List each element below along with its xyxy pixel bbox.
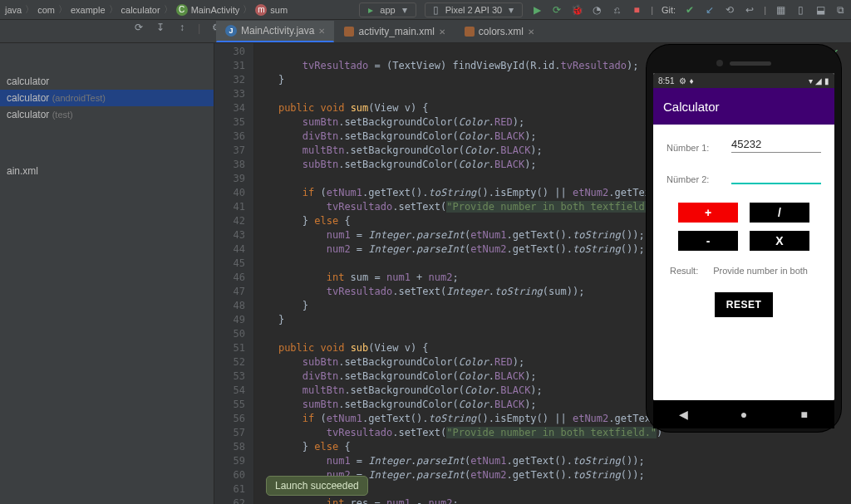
emulator-screen[interactable]: 8:51 ⚙ ♦ ▾ ◢ ▮ Calculator Nümber 1: 4523…: [653, 73, 834, 400]
status-bar: 8:51 ⚙ ♦ ▾ ◢ ▮: [653, 73, 834, 88]
tree-item: calculator (androidTest): [0, 90, 214, 106]
close-icon[interactable]: ✕: [528, 27, 534, 37]
signal-icon: ◢: [815, 76, 822, 86]
gutter: 3031323334353637383940414243444546474849…: [214, 43, 254, 504]
expand-icon[interactable]: ↧: [155, 22, 166, 33]
home-button[interactable]: ●: [738, 409, 750, 420]
speaker-slot: [730, 61, 771, 66]
android-nav-bar: ◀ ● ■: [653, 400, 834, 428]
tree-item: ain.xml: [0, 163, 214, 179]
stop-button[interactable]: ■: [631, 4, 642, 16]
chevron-down-icon: ▾: [505, 4, 517, 16]
git-revert-icon[interactable]: ↩: [744, 4, 755, 16]
attach-debugger-button[interactable]: ⎌: [611, 4, 622, 16]
camera-dot: [716, 60, 723, 66]
java-file-icon: J: [225, 25, 237, 37]
launch-succeeded-balloon: Launch succeeded: [266, 476, 368, 496]
phone-icon: ▯: [430, 4, 442, 16]
chevron-down-icon: ▾: [399, 4, 411, 16]
breadcrumb[interactable]: java〉 com〉 example〉 calculator〉 C MainAc…: [5, 3, 288, 16]
git-update-icon[interactable]: ↙: [704, 4, 716, 16]
crumb-class[interactable]: MainActivity: [191, 5, 240, 15]
layout-icon[interactable]: ▦: [775, 4, 786, 16]
tab-colors[interactable]: colors.xml ✕: [455, 22, 544, 42]
reset-button[interactable]: RESET: [715, 292, 774, 317]
status-time: 8:51: [658, 76, 674, 86]
device-manager-icon[interactable]: ⧉: [834, 4, 846, 16]
tree-item: calculator: [0, 73, 214, 90]
android-icon: ▸: [365, 4, 376, 16]
tree-item: calculator (test): [0, 106, 214, 123]
close-icon[interactable]: ✕: [318, 27, 325, 36]
tab-label: colors.xml: [479, 26, 524, 37]
device-combo-label: Pixel 2 API 30: [445, 5, 503, 15]
result-value: Provide number in both: [713, 266, 808, 276]
split-icon[interactable]: ↕: [176, 22, 188, 33]
shield-icon: ♦: [689, 76, 693, 86]
profiler-button[interactable]: ◔: [591, 4, 603, 16]
wifi-icon: ▾: [809, 76, 813, 86]
collapse-icon[interactable]: ⟳: [133, 22, 145, 33]
close-icon[interactable]: ✕: [439, 27, 445, 37]
git-commit-icon[interactable]: ✔: [684, 4, 696, 16]
run-config-combo[interactable]: ▸ app ▾: [359, 2, 416, 17]
app-bar: Calculator: [653, 88, 834, 125]
crumb-calculator[interactable]: calculator: [121, 5, 160, 15]
project-tool-window[interactable]: calculator calculator (androidTest) calc…: [0, 43, 214, 504]
battery-icon: ▮: [824, 76, 829, 86]
avd-icon[interactable]: ▯: [794, 4, 806, 16]
top-toolbar: java〉 com〉 example〉 calculator〉 C MainAc…: [0, 0, 851, 20]
apply-changes-button[interactable]: ⟳: [551, 4, 563, 16]
divide-button[interactable]: /: [750, 203, 809, 223]
result-label: Result:: [670, 266, 698, 276]
run-button[interactable]: ▶: [531, 4, 543, 16]
crumb-method[interactable]: sum: [270, 5, 288, 15]
recents-button[interactable]: ■: [799, 409, 810, 420]
xml-file-icon: [344, 27, 354, 37]
label-num1: Nümber 1:: [667, 143, 716, 153]
editor-tabstrip: ⟳ ↧ ↕ | ⚙ ⋮ J MainActivity.java ✕ activi…: [0, 20, 851, 43]
tab-label: MainActivity.java: [241, 25, 314, 37]
xml-file-icon: [465, 27, 475, 37]
git-history-icon[interactable]: ⟲: [724, 4, 735, 16]
sdk-icon[interactable]: ⬓: [814, 4, 826, 16]
run-config-label: app: [380, 5, 395, 15]
debug-button[interactable]: 🐞: [571, 4, 583, 16]
tab-label: activity_main.xml: [358, 26, 434, 37]
add-button[interactable]: +: [678, 203, 738, 223]
method-icon: m: [255, 4, 267, 16]
git-label: Git:: [662, 5, 676, 15]
device-combo[interactable]: ▯ Pixel 2 API 30 ▾: [425, 2, 524, 17]
label-num2: Nümber 2:: [667, 174, 716, 184]
tab-mainactivity[interactable]: J MainActivity.java ✕: [216, 21, 334, 42]
back-button[interactable]: ◀: [677, 409, 689, 420]
class-icon: C: [176, 4, 188, 16]
app-title: Calculator: [663, 100, 720, 114]
tab-activity-main[interactable]: activity_main.xml ✕: [335, 22, 454, 42]
crumb-java[interactable]: java: [5, 5, 22, 15]
settings-icon: ⚙: [679, 76, 686, 86]
balloon-text: Launch succeeded: [275, 480, 359, 492]
crumb-com[interactable]: com: [37, 5, 55, 15]
input-num2[interactable]: [731, 171, 821, 184]
crumb-example[interactable]: example: [71, 5, 106, 15]
emulator-device: 8:51 ⚙ ♦ ▾ ◢ ▮ Calculator Nümber 1: 4523…: [647, 45, 841, 432]
subtract-button[interactable]: -: [678, 231, 738, 251]
multiply-button[interactable]: X: [750, 231, 809, 251]
input-num1[interactable]: 45232: [731, 138, 821, 153]
